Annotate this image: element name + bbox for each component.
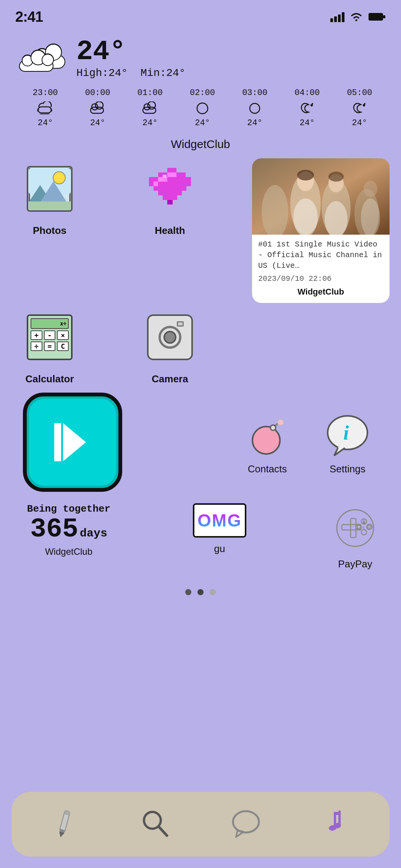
- svg-point-30: [250, 103, 260, 113]
- svg-point-89: [368, 525, 371, 528]
- dock-music[interactable]: [314, 801, 359, 847]
- app-health[interactable]: Health: [132, 158, 208, 237]
- camera-label: Camera: [152, 373, 188, 385]
- paypay-icon-wrap[interactable]: ×: [330, 503, 380, 553]
- photos-pixel-art: [29, 168, 71, 210]
- app-gu[interactable]: OMG gu: [185, 503, 254, 555]
- omg-icon[interactable]: OMG: [193, 503, 246, 538]
- dock-edit[interactable]: [42, 801, 87, 847]
- health-label: Health: [155, 225, 185, 237]
- media-player-row: Contacts i Settings: [11, 393, 390, 492]
- music-video-widget[interactable]: #01 1st Single Music Video - Official Mu…: [252, 158, 390, 303]
- app-calculator[interactable]: x÷ + - × ÷ = C Calculator: [11, 307, 88, 385]
- weather-hour-6: 04:00 24°: [281, 88, 333, 128]
- dock-search[interactable]: [132, 801, 178, 847]
- mv-date: 2023/09/10 22:06: [258, 274, 383, 283]
- settings-speech-icon: i: [323, 414, 372, 459]
- moon-icon-1: [298, 101, 316, 115]
- svg-point-97: [233, 811, 259, 833]
- svg-rect-42: [149, 177, 158, 182]
- page-dot-2[interactable]: [197, 589, 204, 595]
- dock: [11, 792, 390, 857]
- countdown-being-together: Being together: [19, 503, 118, 515]
- weather-hourly: 23:00 24° 00:00 24° 01:00: [19, 88, 386, 128]
- cloud-icon-5: [246, 101, 264, 115]
- svg-rect-101: [334, 812, 341, 815]
- app-camera[interactable]: Camera: [132, 307, 208, 385]
- svg-rect-90: [357, 525, 361, 528]
- wifi-icon: [350, 12, 363, 22]
- weather-hour-4: 02:00 24°: [176, 88, 228, 128]
- photos-icon-wrap[interactable]: [19, 158, 80, 219]
- cloud-icon-2: [89, 101, 107, 115]
- app-contacts[interactable]: Contacts: [237, 414, 298, 475]
- media-player-section[interactable]: [23, 393, 122, 492]
- calculator-icon-wrap[interactable]: x÷ + - × ÷ = C: [19, 307, 80, 368]
- camera-icon: [147, 314, 193, 360]
- weather-widget[interactable]: 24° High:24° Min:24° 23:00 24° 00:00: [19, 38, 386, 128]
- camera-lens: [158, 326, 181, 349]
- svg-point-67: [328, 172, 344, 182]
- photos-label: Photos: [33, 225, 66, 237]
- music-video-thumbnail: [252, 158, 390, 235]
- calculator-label: Calculator: [25, 373, 74, 385]
- countdown-days: 365: [30, 515, 78, 544]
- svg-point-75: [278, 419, 284, 425]
- app-settings[interactable]: i Settings: [317, 414, 378, 475]
- svg-rect-45: [167, 168, 176, 172]
- weather-hour-2: 00:00 24°: [71, 88, 124, 128]
- media-player-icon[interactable]: [23, 393, 122, 492]
- app-photos[interactable]: Photos: [11, 158, 88, 237]
- omg-text: OMG: [197, 510, 242, 531]
- mv-source: WidgetClub: [252, 287, 390, 297]
- page-dot-1[interactable]: [185, 589, 191, 595]
- svg-rect-56: [167, 200, 173, 205]
- svg-marker-73: [63, 423, 86, 461]
- svg-text:i: i: [343, 422, 349, 444]
- settings-label: Settings: [330, 463, 365, 475]
- svg-marker-98: [236, 830, 244, 837]
- status-bar: 2:41: [0, 0, 401, 27]
- svg-rect-0: [369, 13, 383, 21]
- camera-icon-wrap[interactable]: [139, 307, 200, 368]
- health-icon-wrap[interactable]: [139, 158, 200, 219]
- app-paypay[interactable]: × PayPay: [321, 503, 390, 570]
- cloud-icon-4: [193, 101, 212, 115]
- svg-point-74: [252, 427, 280, 454]
- signal-icon: [330, 11, 344, 22]
- page-dots: [0, 589, 401, 595]
- dock-message[interactable]: [223, 801, 269, 847]
- camera-lens-inner: [163, 331, 176, 344]
- svg-rect-54: [158, 191, 182, 195]
- settings-icon-wrap[interactable]: i: [323, 414, 372, 459]
- svg-rect-41: [29, 201, 71, 210]
- weather-hour-1: 23:00 24°: [19, 88, 71, 128]
- calculator-icon: x÷ + - × ÷ = C: [27, 314, 73, 360]
- svg-point-38: [53, 172, 65, 184]
- svg-point-29: [197, 103, 208, 114]
- svg-point-76: [270, 425, 276, 430]
- svg-point-70: [364, 180, 377, 197]
- contacts-icon-wrap[interactable]: [244, 414, 290, 459]
- page-dot-3[interactable]: [210, 589, 216, 595]
- countdown-widget[interactable]: Being together 365 days WidgetClub: [19, 503, 118, 557]
- weather-cloud-icon: [19, 43, 69, 74]
- svg-rect-1: [383, 15, 385, 18]
- cloud-icon-1: [36, 101, 55, 115]
- edit-icon: [51, 809, 78, 839]
- svg-point-28: [148, 101, 155, 109]
- battery-icon: [368, 12, 386, 22]
- svg-rect-46: [167, 172, 176, 177]
- app-row-1: Photos: [11, 158, 390, 303]
- weather-hour-5: 03:00 24°: [229, 88, 281, 128]
- weather-range: High:24° Min:24°: [76, 67, 186, 79]
- music-video-info: #01 1st Single Music Video - Official Mu…: [252, 235, 390, 283]
- search-icon: [141, 809, 170, 839]
- weather-hour-3: 01:00 24°: [124, 88, 176, 128]
- paypay-label: PayPay: [338, 558, 372, 570]
- countdown-days-label: days: [80, 527, 107, 540]
- svg-rect-72: [54, 423, 61, 461]
- svg-line-96: [158, 826, 167, 836]
- cloud-icon-3: [141, 101, 159, 115]
- svg-rect-50: [182, 177, 191, 182]
